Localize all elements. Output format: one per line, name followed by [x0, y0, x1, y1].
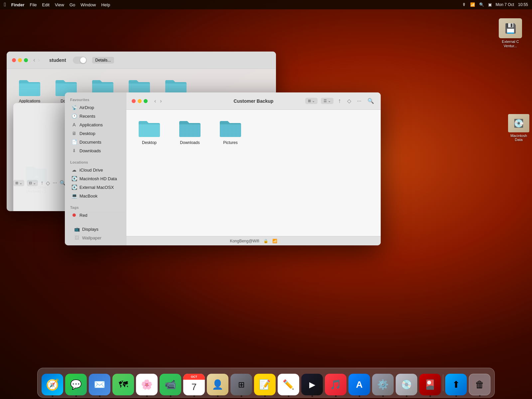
toggle-switch[interactable] — [73, 57, 87, 64]
spotlight-icon[interactable]: 🔍 — [479, 2, 484, 7]
close-button-back[interactable] — [12, 58, 16, 62]
folder-desktop[interactable]: Desktop — [134, 118, 164, 145]
sidebar-icloud-label: iCloud Drive — [79, 168, 103, 173]
sidebar-applications-label: Applications — [79, 122, 103, 127]
more-btn-front[interactable]: ··· — [356, 98, 363, 104]
dock-flashcard[interactable]: 🎴 — [419, 374, 441, 395]
dock-freeform[interactable]: ✏️ — [278, 374, 299, 395]
dock-notes[interactable]: 📝 — [254, 374, 276, 395]
tag-btn-front[interactable]: ◇ — [346, 98, 352, 104]
control-center-icon[interactable]: ▣ — [488, 2, 492, 7]
back-arrow-back[interactable]: ‹ — [33, 57, 35, 64]
siri-icon[interactable]: 🎙 — [462, 2, 466, 7]
close-button-front[interactable] — [132, 99, 136, 103]
maximize-button-front[interactable] — [144, 99, 148, 103]
menu-go[interactable]: Go — [69, 2, 75, 7]
dock-messages[interactable]: 💬 — [65, 374, 87, 395]
ext-drive-label: External CVentur... — [502, 40, 519, 48]
forward-arrow-back[interactable]: › — [38, 57, 40, 64]
dock-photos[interactable]: 🌸 — [136, 374, 158, 395]
sidebar-item-red-tag[interactable]: Red — [66, 211, 125, 219]
more-btn-back[interactable]: ··· — [53, 180, 57, 186]
dock-transloader[interactable]: ⬆ — [445, 374, 467, 395]
dock-appstore[interactable]: A — [348, 374, 370, 395]
minimize-button-front[interactable] — [138, 99, 142, 103]
dock-disk-utility[interactable]: 💿 — [396, 374, 417, 395]
search-btn-front[interactable]: 🔍 — [366, 98, 375, 104]
wifi-icon[interactable]: 📶 — [470, 2, 475, 7]
finder-toolbar-right: ⊞ ⌄ ☰ ⌄ ↑ ◇ ··· 🔍 — [305, 97, 375, 104]
traffic-lights-back — [12, 58, 28, 62]
menu-file[interactable]: File — [30, 2, 37, 7]
folder-pictures[interactable]: Pictures — [215, 118, 245, 145]
sidebar-item-airdrop[interactable]: 📡 AirDrop — [66, 103, 125, 112]
sidebar-item-external-macosx[interactable]: 💽 External MacOSX — [66, 183, 125, 192]
folder-label-downloads: Downloads — [180, 140, 200, 145]
sidebar-item-macintosh-hd[interactable]: 💽 Macintosh HD Data — [66, 174, 125, 183]
sidebar-item-icloud[interactable]: ☁ iCloud Drive — [66, 166, 125, 174]
sidebar-item-recents[interactable]: 🕐 Recents — [66, 112, 125, 120]
sidebar-item-documents[interactable]: 📄 Documents — [66, 138, 125, 146]
front-window-title: Customer Backup — [234, 98, 274, 104]
dock-launchpad[interactable]: ⊞ — [230, 374, 252, 395]
sidebar-item-wallpaper[interactable]: 🖼 Wallpaper — [69, 233, 122, 242]
sidebar-item-downloads[interactable]: ⬇ Downloads — [66, 146, 125, 155]
hd-sidebar-icon: 💽 — [71, 176, 77, 181]
dock-calendar[interactable]: OCT 7 — [183, 374, 205, 395]
dock-trash[interactable]: 🗑 — [469, 374, 490, 395]
dock-system-prefs[interactable]: ⚙️ — [372, 374, 394, 395]
applications-sidebar-icon: A — [71, 122, 77, 127]
dock-facetime[interactable]: 📹 — [160, 374, 181, 395]
dock-contacts[interactable]: 👤 — [207, 374, 228, 395]
sidebar-wallpaper-label: Wallpaper — [82, 235, 101, 240]
maximize-button-back[interactable] — [24, 58, 28, 62]
menu-window[interactable]: Window — [80, 2, 96, 7]
sidebar-hd-label: Macintosh HD Data — [79, 176, 117, 181]
dock-separator — [443, 374, 443, 391]
view-group-btn-back[interactable]: ⊟ ⌄ — [27, 180, 38, 186]
sidebar-item-macbook[interactable]: 💻 MacBook — [66, 192, 125, 200]
menu-finder[interactable]: Finder — [11, 2, 25, 7]
finder-content-area: Desktop Downloads — [126, 110, 381, 236]
recents-icon: 🕐 — [71, 113, 77, 119]
ext-drive-image: 💾 — [499, 18, 522, 38]
sidebar-item-desktop[interactable]: 🖥 Desktop — [66, 129, 125, 138]
view-icon-grid-btn[interactable]: ⊞ ⌄ — [305, 98, 318, 104]
tag-btn-back[interactable]: ◇ — [46, 180, 50, 186]
share-btn-front[interactable]: ↑ — [337, 97, 342, 104]
minimize-button-back[interactable] — [18, 58, 22, 62]
forward-arrow-front[interactable]: › — [159, 97, 163, 105]
dock-mail[interactable]: ✉️ — [89, 374, 110, 395]
folder-downloads[interactable]: Downloads — [175, 118, 205, 145]
dock-music[interactable]: 🎵 — [325, 374, 346, 395]
traffic-lights-front — [132, 99, 148, 103]
svg-rect-4 — [220, 121, 241, 137]
sidebar-item-applications[interactable]: A Applications — [66, 120, 125, 129]
view-grid-btn-back[interactable]: ⊞ ⌄ — [13, 180, 24, 186]
external-drive-desktop-icon[interactable]: 💾 External CVentur... — [497, 18, 524, 48]
back-arrow-front[interactable]: ‹ — [153, 97, 157, 105]
menu-edit[interactable]: Edit — [42, 2, 50, 7]
dock-safari[interactable]: 🧭 — [42, 374, 63, 395]
view-list-btn[interactable]: ☰ ⌄ — [321, 98, 333, 104]
nav-arrows: ‹ › — [153, 97, 163, 105]
details-btn[interactable]: Details... — [92, 57, 114, 64]
menu-view[interactable]: View — [55, 2, 64, 7]
svg-rect-2 — [179, 121, 200, 137]
sidebar-tags-header: Tags — [65, 203, 126, 211]
clock: Mon 7 Oct — [496, 2, 514, 7]
share-btn-back[interactable]: ↑ — [41, 180, 43, 186]
menubar-left:  Finder File Edit View Go Window Help — [4, 2, 110, 8]
finder-sidebar: Favourites 📡 AirDrop 🕐 Recents A Applica… — [65, 92, 126, 245]
apple-menu[interactable]:  — [4, 2, 6, 8]
dock-appletv[interactable]: ▶ — [301, 374, 323, 395]
sidebar-documents-label: Documents — [79, 140, 101, 145]
dock-maps[interactable]: 🗺 — [112, 374, 134, 395]
lock-icon: 🔒 — [263, 239, 268, 243]
macintosh-data-icon[interactable]: 💽 MacintoshData — [505, 114, 532, 142]
wifi-status-text: KongBeng@Wifi — [230, 239, 259, 243]
back-window-title: student — [49, 58, 66, 63]
folder-icon-desktop — [137, 118, 161, 138]
sidebar-item-displays[interactable]: 📺 Displays — [69, 225, 122, 233]
menu-help[interactable]: Help — [101, 2, 110, 7]
